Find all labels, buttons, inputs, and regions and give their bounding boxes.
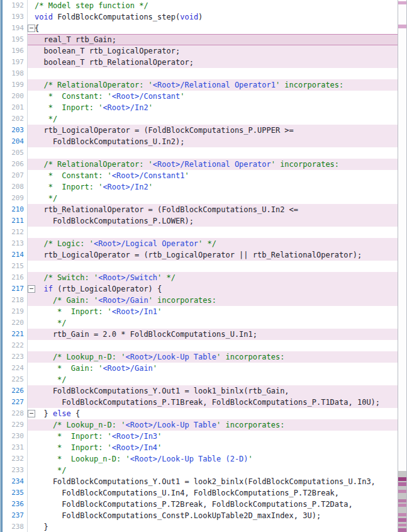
line-number[interactable]: 236 bbox=[3, 499, 27, 510]
line-number: 233 bbox=[3, 465, 27, 476]
code-token: FoldBlockComputations_U.In4, FoldBlockCo… bbox=[35, 489, 339, 497]
comment-token: ' bbox=[248, 455, 253, 463]
code-text: } bbox=[35, 521, 398, 532]
code-line-content: /* Switch: '<Root>/Switch' */ bbox=[27, 272, 398, 283]
comment-token: /* Logic: ' bbox=[35, 239, 94, 248]
line-number: 229 bbox=[3, 419, 27, 431]
line-number[interactable]: 217 bbox=[3, 283, 27, 295]
fold-collapse-icon[interactable] bbox=[28, 285, 35, 293]
line-number[interactable]: 204 bbox=[3, 136, 27, 147]
code-text: /* Gain: '<Root>/Gain' incorporates: bbox=[35, 295, 398, 306]
comment-token: ' incorporates: bbox=[148, 296, 216, 305]
line-number[interactable]: 235 bbox=[3, 487, 27, 499]
code-line: 233 */ bbox=[3, 465, 398, 476]
code-line-content: FoldBlockComputations_P.T1Break, FoldBlo… bbox=[27, 397, 398, 408]
code-line: 229 /* Lookup_n-D: '<Root>/Look-Up Table… bbox=[3, 419, 398, 431]
code-text: /* Model step function */ bbox=[35, 0, 398, 11]
code-line: 235 FoldBlockComputations_U.In4, FoldBlo… bbox=[3, 487, 398, 499]
code-text: * Constant: '<Root>/Constant' bbox=[35, 91, 398, 102]
model-element-link[interactable]: <Root>/Logical Operator bbox=[94, 239, 198, 248]
comment-token: /* Gain: ' bbox=[35, 296, 98, 305]
comment-token: */ bbox=[35, 375, 67, 384]
model-element-link[interactable]: <Root>/Relational Operator1 bbox=[153, 81, 276, 89]
line-number[interactable]: 237 bbox=[3, 510, 27, 521]
code-line-content: * Inport: '<Root>/In2' bbox=[27, 181, 398, 193]
code-text: */ bbox=[35, 193, 398, 204]
code-line-content: } bbox=[27, 521, 398, 532]
line-number[interactable]: 221 bbox=[3, 329, 27, 340]
comment-token: * Inport: ' bbox=[35, 103, 103, 112]
comment-token: /* Lookup_n-D: ' bbox=[35, 353, 126, 361]
keyword-token: void bbox=[180, 13, 198, 21]
model-element-link[interactable]: <Root>/Switch bbox=[98, 273, 157, 282]
model-element-link[interactable]: <Root>/Gain bbox=[98, 296, 148, 305]
code-line: 193void FoldBlockComputations_step(void) bbox=[3, 11, 398, 23]
model-element-link[interactable]: <Root>/Look-Up Table (2-D) bbox=[130, 455, 248, 463]
code-line-content: rtb_LogicalOperator = (rtb_LogicalOperat… bbox=[27, 249, 398, 261]
line-number: 216 bbox=[3, 272, 27, 283]
line-number: 209 bbox=[3, 193, 27, 204]
model-element-link[interactable]: <Root>/In4 bbox=[112, 443, 157, 452]
code-token: boolean_T rtb_RelationalOperator; bbox=[35, 58, 194, 67]
code-text: /* Lookup_n-D: '<Root>/Look-Up Table' in… bbox=[35, 351, 398, 363]
model-element-link[interactable]: <Root>/Relational Operator bbox=[153, 160, 271, 169]
vertical-scrollbar[interactable] bbox=[398, 0, 407, 532]
line-number[interactable]: 214 bbox=[3, 249, 27, 261]
code-text: */ bbox=[35, 317, 398, 329]
line-number[interactable]: 210 bbox=[3, 204, 27, 215]
code-line-content: FoldBlockComputations_Y.Out1 = look2_bin… bbox=[27, 476, 398, 487]
line-number: 232 bbox=[3, 453, 27, 465]
code-line-content: { bbox=[27, 23, 398, 34]
line-number: 213 bbox=[3, 238, 27, 249]
fold-collapse-icon[interactable] bbox=[28, 25, 35, 32]
line-number: 230 bbox=[3, 431, 27, 442]
model-element-link[interactable]: <Root>/Look-Up Table bbox=[126, 353, 217, 361]
code-line: 219 * Inport: '<Root>/In1' bbox=[3, 306, 398, 317]
fold-collapse-icon[interactable] bbox=[28, 410, 35, 417]
line-number: 198 bbox=[3, 68, 27, 79]
model-element-link[interactable]: <Root>/Constant bbox=[112, 92, 180, 101]
code-line: 210 rtb_RelationalOperator = (FoldBlockC… bbox=[3, 204, 398, 215]
trace-indicator-mark bbox=[398, 528, 406, 532]
model-element-link[interactable]: <Root>/In3 bbox=[112, 432, 157, 441]
code-token: FoldBlockComputations_ConstP.LookUpTable… bbox=[35, 511, 321, 520]
model-element-link[interactable]: <Root>/In1 bbox=[112, 307, 157, 316]
line-number: 200 bbox=[3, 91, 27, 102]
code-line: 192/* Model step function */ bbox=[3, 0, 398, 11]
code-line-content: /* Model step function */ bbox=[27, 0, 398, 11]
code-text: FoldBlockComputations_U.In4, FoldBlockCo… bbox=[35, 487, 398, 499]
line-number[interactable]: 227 bbox=[3, 397, 27, 408]
line-number[interactable]: 234 bbox=[3, 476, 27, 487]
code-line: 213 /* Logic: '<Root>/Logical Operator' … bbox=[3, 238, 398, 249]
code-editor-window: 192/* Model step function */193void Fold… bbox=[0, 0, 407, 532]
comment-token: * Inport: ' bbox=[35, 443, 112, 452]
model-element-link[interactable]: <Root>/Look-Up Table bbox=[126, 421, 217, 429]
model-element-link[interactable]: <Root>/In2 bbox=[103, 183, 148, 191]
code-line-content: FoldBlockComputations_P.T2Break, FoldBlo… bbox=[27, 499, 398, 510]
line-number: 222 bbox=[3, 340, 27, 351]
comment-token: ' incorporates: bbox=[216, 353, 284, 361]
code-line-content: * Constant: '<Root>/Constant1' bbox=[27, 170, 398, 181]
code-text: * Inport: '<Root>/In4' bbox=[35, 442, 398, 453]
code-text: void FoldBlockComputations_step(void) bbox=[35, 11, 398, 23]
code-token: FoldBlockComputations_P.T2Break, FoldBlo… bbox=[35, 500, 353, 509]
model-element-link[interactable]: <Root>/Constant1 bbox=[112, 171, 185, 180]
model-element-link[interactable]: <Root>/In2 bbox=[103, 103, 148, 112]
line-number[interactable]: 211 bbox=[3, 215, 27, 227]
model-element-link[interactable]: <Root>/Gain bbox=[103, 364, 152, 373]
line-number: 193 bbox=[3, 11, 27, 23]
trace-indicator-mark bbox=[398, 499, 406, 502]
code-line: 203 rtb_LogicalOperator = (FoldBlockComp… bbox=[3, 125, 398, 136]
code-text: */ bbox=[35, 113, 398, 125]
trace-indicator-mark bbox=[398, 477, 406, 481]
line-number[interactable]: 203 bbox=[3, 125, 27, 136]
comment-token: /* Switch: ' bbox=[35, 273, 98, 282]
code-line: 236 FoldBlockComputations_P.T2Break, Fol… bbox=[3, 499, 398, 510]
line-number[interactable]: 226 bbox=[3, 385, 27, 397]
line-number: 195 bbox=[3, 34, 27, 45]
code-text: FoldBlockComputations_Y.Out1 = look1_bin… bbox=[35, 385, 398, 397]
code-token: FoldBlockComputations_P.LOWER); bbox=[35, 217, 194, 225]
code-line: 196 boolean_T rtb_LogicalOperator; bbox=[3, 45, 398, 57]
code-line: 208 * Inport: '<Root>/In2' bbox=[3, 181, 398, 193]
code-line-content: */ bbox=[27, 113, 398, 125]
